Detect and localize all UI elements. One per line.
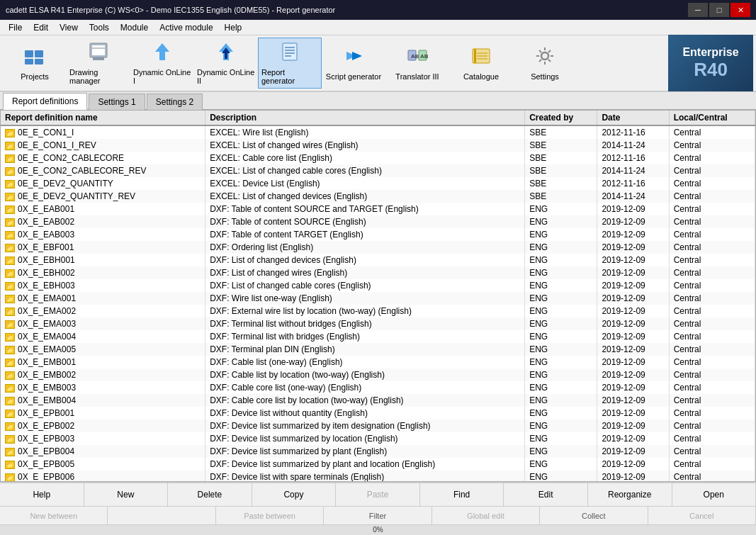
cell-name: 📁0E_E_CON1_I_REV	[1, 139, 205, 152]
svg-rect-11	[283, 43, 297, 60]
delete-button[interactable]: Delete	[168, 483, 252, 506]
table-row[interactable]: 📁0X_E_EMB003DXF: Cable core list (one-wa…	[1, 381, 755, 394]
col-header-local_central[interactable]: Local/Central	[669, 111, 755, 125]
table-row[interactable]: 📁0X_E_EPB005DXF: Device list summarized …	[1, 458, 755, 471]
cell-name: 📁0X_E_EAB001	[1, 203, 205, 215]
toolbar-btn-catalogue[interactable]: Catalogue	[449, 38, 513, 89]
toolbar-btn-report-generator[interactable]: Report generator	[258, 38, 322, 89]
cell-local-central: Central	[669, 177, 755, 190]
table-row[interactable]: 📁0E_E_CON2_CABLECOREEXCEL: Cable core li…	[1, 152, 755, 164]
table-row[interactable]: 📁0X_E_EMA003DXF: Terminal list without b…	[1, 317, 755, 330]
cell-description: DXF: Wire list one-way (English)	[205, 292, 525, 305]
table-row[interactable]: 📁0X_E_EBH002DXF: List of changed wires (…	[1, 266, 755, 279]
cell-local-central: Central	[669, 419, 755, 432]
cell-description: DXF: List of changed wires (English)	[205, 266, 525, 279]
col-header-name[interactable]: Report definition name	[1, 111, 205, 125]
cell-created-by: ENG	[525, 356, 597, 368]
toolbar-btn-translator[interactable]: ABABTranslator III	[385, 38, 449, 89]
collect-button[interactable]: Collect	[540, 507, 648, 524]
new-button[interactable]: New	[84, 483, 169, 506]
toolbar-btn-script-generator[interactable]: Script generator	[322, 38, 385, 89]
col-header-date[interactable]: Date	[597, 111, 669, 125]
tabs-bar: Report definitionsSettings 1Settings 2	[0, 92, 756, 110]
table-row[interactable]: 📁0X_E_EAB001DXF: Table of content SOURCE…	[1, 203, 755, 215]
cell-date: 2019-12-09	[597, 254, 669, 266]
cell-local-central: Central	[669, 407, 755, 419]
report-table-container[interactable]: Report definition nameDescriptionCreated…	[0, 110, 756, 482]
table-row[interactable]: 📁0X_E_EPB004DXF: Device list summarized …	[1, 445, 755, 458]
table-row[interactable]: 📁0X_E_EPB001DXF: Device list without qua…	[1, 407, 755, 419]
table-row[interactable]: 📁0E_E_CON2_CABLECORE_REVEXCEL: List of c…	[1, 164, 755, 177]
cell-local-central: Central	[669, 381, 755, 394]
table-row[interactable]: 📁0X_E_EBH003DXF: List of changed cable c…	[1, 279, 755, 292]
toolbar-btn-label-projects: Projects	[21, 72, 49, 81]
edit-button[interactable]: Edit	[504, 483, 588, 506]
paste-between-button: Paste between	[216, 507, 324, 524]
table-row[interactable]: 📁0E_E_DEV2_QUANTITY_REVEXCEL: List of ch…	[1, 190, 755, 203]
tab-settings-1[interactable]: Settings 1	[89, 94, 145, 110]
toolbar-btn-drawing-manager[interactable]: Drawing manager	[67, 38, 130, 89]
cell-local-central: Central	[669, 228, 755, 241]
toolbar-btn-dynamic-online-1[interactable]: Dynamic OnLine I	[130, 38, 194, 89]
enterprise-badge: EnterpriseR40	[668, 35, 753, 91]
reorganize-button[interactable]: Reorganize	[588, 483, 672, 506]
col-header-description[interactable]: Description	[205, 111, 525, 125]
help-button[interactable]: Help	[0, 483, 84, 506]
cell-name: 📁0E_E_DEV2_QUANTITY	[1, 177, 205, 190]
svg-rect-0	[25, 50, 33, 57]
close-button[interactable]: ✕	[730, 3, 750, 17]
table-row[interactable]: 📁0X_E_EPB006DXF: Device list with spare …	[1, 471, 755, 482]
minimize-button[interactable]: ─	[688, 3, 708, 17]
table-row[interactable]: 📁0X_E_EAB003DXF: Table of content TARGET…	[1, 228, 755, 241]
menubar: FileEditViewToolsModuleActive moduleHelp	[0, 20, 756, 35]
cell-local-central: Central	[669, 292, 755, 305]
cell-name: 📁0E_E_CON1_I	[1, 125, 205, 139]
table-row[interactable]: 📁0X_E_EMA005DXF: Terminal plan DIN (Engl…	[1, 343, 755, 356]
svg-text:AB: AB	[411, 53, 419, 60]
maximize-button[interactable]: □	[709, 3, 729, 17]
cell-description: DXF: Cable list by location (two-way) (E…	[205, 368, 525, 381]
cell-name: 📁0X_E_EPB001	[1, 407, 205, 419]
col-header-created_by[interactable]: Created by	[525, 111, 597, 125]
tab-report-definitions[interactable]: Report definitions	[3, 93, 87, 110]
cell-description: DXF: External wire list by location (two…	[205, 305, 525, 317]
menu-item-file[interactable]: File	[3, 21, 28, 34]
cell-local-central: Central	[669, 356, 755, 368]
table-row[interactable]: 📁0X_E_EMA001DXF: Wire list one-way (Engl…	[1, 292, 755, 305]
filter-button[interactable]: Filter	[324, 507, 431, 524]
table-row[interactable]: 📁0X_E_EAB002DXF: Table of content SOURCE…	[1, 215, 755, 228]
cell-created-by: ENG	[525, 317, 597, 330]
row-folder-icon: 📁	[5, 435, 15, 444]
projects-icon	[23, 46, 46, 71]
copy-button[interactable]: Copy	[252, 483, 337, 506]
svg-line-36	[539, 60, 541, 62]
table-row[interactable]: 📁0X_E_EPB002DXF: Device list summarized …	[1, 419, 755, 432]
find-button[interactable]: Find	[420, 483, 504, 506]
menu-item-module[interactable]: Module	[115, 21, 154, 34]
menu-item-view[interactable]: View	[54, 21, 84, 34]
table-row[interactable]: 📁0X_E_EMA002DXF: External wire list by l…	[1, 305, 755, 317]
table-row[interactable]: 📁0X_E_EMB002DXF: Cable list by location …	[1, 368, 755, 381]
table-row[interactable]: 📁0X_E_EMB004DXF: Cable core list by loca…	[1, 394, 755, 407]
table-row[interactable]: 📁0X_E_EBF001DXF: Ordering list (English)…	[1, 241, 755, 254]
table-row[interactable]: 📁0E_E_CON1_I_REVEXCEL: List of changed w…	[1, 139, 755, 152]
tab-settings-2[interactable]: Settings 2	[147, 94, 203, 110]
table-row[interactable]: 📁0E_E_DEV2_QUANTITYEXCEL: Device List (E…	[1, 177, 755, 190]
table-row[interactable]: 📁0E_E_CON1_IEXCEL: Wire list (English)SB…	[1, 125, 755, 139]
table-row[interactable]: 📁0X_E_EMB001DXF: Cable list (one-way) (E…	[1, 356, 755, 368]
table-row[interactable]: 📁0X_E_EMA004DXF: Terminal list with brid…	[1, 330, 755, 343]
menu-item-tools[interactable]: Tools	[84, 21, 115, 34]
row-folder-icon: 📁	[5, 448, 15, 456]
open-button[interactable]: Open	[672, 483, 757, 506]
toolbar-btn-dynamic-online-2[interactable]: Dynamic OnLine II	[194, 38, 258, 89]
table-body: 📁0E_E_CON1_IEXCEL: Wire list (English)SB…	[1, 125, 755, 482]
menu-item-active-module[interactable]: Active module	[154, 21, 218, 34]
table-row[interactable]: 📁0X_E_EBH001DXF: List of changed devices…	[1, 254, 755, 266]
toolbar-btn-settings[interactable]: Settings	[513, 38, 577, 89]
menu-item-help[interactable]: Help	[219, 21, 248, 34]
row-folder-icon: 📁	[5, 218, 15, 227]
menu-item-edit[interactable]: Edit	[28, 21, 54, 34]
toolbar-btn-projects[interactable]: Projects	[3, 38, 67, 89]
table-row[interactable]: 📁0X_E_EPB003DXF: Device list summarized …	[1, 432, 755, 445]
cell-description: DXF: Device list summarized by plant (En…	[205, 445, 525, 458]
